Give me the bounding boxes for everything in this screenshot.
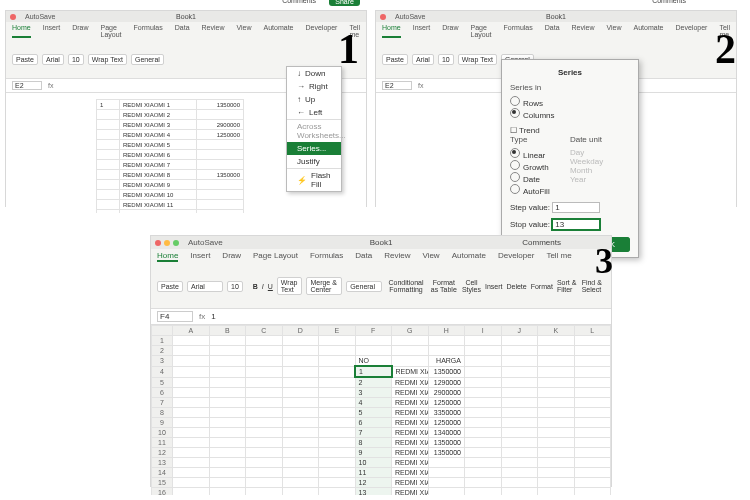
tab-automate[interactable]: Automate: [264, 24, 294, 38]
radio-growth[interactable]: Growth: [510, 160, 550, 172]
insert-button[interactable]: Insert: [485, 283, 503, 290]
sort-filter[interactable]: Sort & Filter: [557, 279, 578, 293]
comments-button[interactable]: Comments: [282, 0, 316, 4]
table-row[interactable]: 1411REDMI XIAOMI 11: [152, 468, 611, 478]
table-row[interactable]: 2: [152, 346, 611, 356]
fill-across[interactable]: Across Worksheets...: [287, 119, 341, 142]
table-row[interactable]: REDMI XIAOMI 41250000: [97, 130, 244, 140]
table-row[interactable]: REDMI XIAOMI 2: [97, 110, 244, 120]
tab-draw[interactable]: Draw: [442, 24, 458, 38]
tab-view[interactable]: View: [422, 251, 439, 262]
font-select[interactable]: Arial: [187, 281, 223, 292]
font-select[interactable]: Arial: [42, 54, 64, 65]
fx-icon[interactable]: fx: [418, 82, 423, 89]
tab-insert[interactable]: Insert: [190, 251, 210, 262]
tab-review[interactable]: Review: [202, 24, 225, 38]
stop-input[interactable]: 13: [552, 219, 600, 230]
font-select[interactable]: Arial: [412, 54, 434, 65]
table-row[interactable]: 41REDMI XIAOMI 11350000: [152, 366, 611, 377]
merge-button[interactable]: Merge & Center: [306, 277, 342, 295]
min-dot[interactable]: [164, 240, 170, 246]
paste-button[interactable]: Paste: [382, 54, 408, 65]
table-row[interactable]: 1613REDMI XIAOMI 13: [152, 488, 611, 496]
table-row[interactable]: REDMI XIAOMI 10: [97, 190, 244, 200]
table-row[interactable]: REDMI XIAOMI 11: [97, 200, 244, 210]
fill-up[interactable]: ↑Up: [287, 93, 341, 106]
fx-icon[interactable]: fx: [199, 312, 205, 321]
fill-series[interactable]: Series...: [287, 142, 341, 155]
underline-button[interactable]: U: [268, 283, 273, 290]
table-row[interactable]: 96REDMI XIAOMI 61250000: [152, 418, 611, 428]
close-dot[interactable]: [10, 14, 16, 20]
tab-review[interactable]: Review: [572, 24, 595, 38]
tab-review[interactable]: Review: [384, 251, 410, 262]
table-row[interactable]: 107REDMI XIAOMI 71340000: [152, 428, 611, 438]
comments-button[interactable]: Comments: [522, 238, 561, 247]
tab-developer[interactable]: Developer: [676, 24, 708, 38]
tab-page-layout[interactable]: Page Layout: [253, 251, 298, 262]
tab-developer[interactable]: Developer: [498, 251, 534, 262]
tab-draw[interactable]: Draw: [72, 24, 88, 38]
table-row[interactable]: 118REDMI XIAOMI 81350000: [152, 438, 611, 448]
font-size[interactable]: 10: [227, 281, 243, 292]
step-input[interactable]: 1: [552, 202, 600, 213]
paste-button[interactable]: Paste: [157, 281, 183, 292]
table-row[interactable]: 74REDMI XIAOMI 41250000: [152, 398, 611, 408]
table-row[interactable]: REDMI XIAOMI 6: [97, 150, 244, 160]
tab-page-layout[interactable]: Page Layout: [471, 24, 492, 38]
cell-styles[interactable]: Cell Styles: [462, 279, 481, 293]
tab-view[interactable]: View: [237, 24, 252, 38]
number-format[interactable]: General: [131, 54, 164, 65]
conditional-formatting[interactable]: Conditional Formatting: [386, 279, 426, 293]
font-size[interactable]: 10: [438, 54, 454, 65]
tab-automate[interactable]: Automate: [452, 251, 486, 262]
spreadsheet-grid[interactable]: ABCDEFGHIJKL123NOHARGA41REDMI XIAOMI 113…: [151, 325, 611, 495]
bold-button[interactable]: B: [253, 283, 258, 290]
tab-automate[interactable]: Automate: [634, 24, 664, 38]
tab-formulas[interactable]: Formulas: [134, 24, 163, 38]
fill-justify[interactable]: Justify: [287, 155, 341, 168]
fill-right[interactable]: →Right: [287, 80, 341, 93]
max-dot[interactable]: [173, 240, 179, 246]
table-row[interactable]: 1: [152, 336, 611, 346]
name-box[interactable]: F4: [157, 311, 193, 322]
format-button[interactable]: Format: [531, 283, 553, 290]
fill-flash[interactable]: ⚡Flash Fill: [287, 168, 341, 191]
close-dot[interactable]: [155, 240, 161, 246]
wrap-button[interactable]: Wrap Text: [88, 54, 127, 65]
radio-linear[interactable]: Linear: [510, 148, 550, 160]
table-row[interactable]: 129REDMI XIAOMI 91350000: [152, 448, 611, 458]
tab-developer[interactable]: Developer: [306, 24, 338, 38]
radio-date[interactable]: Date: [510, 172, 550, 184]
table-row[interactable]: REDMI XIAOMI 9: [97, 180, 244, 190]
tab-home[interactable]: Home: [157, 251, 178, 262]
tab-data[interactable]: Data: [545, 24, 560, 38]
tab-insert[interactable]: Insert: [413, 24, 431, 38]
wrap-button[interactable]: Wrap Text: [458, 54, 497, 65]
number-format[interactable]: General: [346, 281, 382, 292]
table-row[interactable]: 52REDMI XIAOMI 21290000: [152, 377, 611, 388]
table-row[interactable]: 1REDMI XIAOMI 11350000: [97, 100, 244, 110]
table-row[interactable]: REDMI XIAOMI 32900000: [97, 120, 244, 130]
table-row[interactable]: REDMI XIAOMI 5: [97, 140, 244, 150]
tab-draw[interactable]: Draw: [222, 251, 241, 262]
font-size[interactable]: 10: [68, 54, 84, 65]
table-row[interactable]: 1512REDMI XIAOMI 12: [152, 478, 611, 488]
delete-button[interactable]: Delete: [506, 283, 526, 290]
tab-data[interactable]: Data: [355, 251, 372, 262]
table-row[interactable]: 85REDMI XIAOMI 53350000: [152, 408, 611, 418]
tab-formulas[interactable]: Formulas: [310, 251, 343, 262]
close-dot[interactable]: [380, 14, 386, 20]
tab-insert[interactable]: Insert: [43, 24, 61, 38]
format-as-table[interactable]: Format as Table: [430, 279, 458, 293]
name-box[interactable]: E2: [382, 81, 412, 90]
table-row[interactable]: REDMI XIAOMI 7: [97, 160, 244, 170]
fill-menu[interactable]: ↓Down →Right ↑Up ←Left Across Worksheets…: [286, 66, 342, 192]
table-row[interactable]: 63REDMI XIAOMI 32900000: [152, 388, 611, 398]
paste-button[interactable]: Paste: [12, 54, 38, 65]
tab-home[interactable]: Home: [12, 24, 31, 38]
table-row[interactable]: 3NOHARGA: [152, 356, 611, 367]
radio-columns[interactable]: Columns: [510, 108, 555, 120]
table-row[interactable]: 1310REDMI XIAOMI 10: [152, 458, 611, 468]
fx-icon[interactable]: fx: [48, 82, 53, 89]
